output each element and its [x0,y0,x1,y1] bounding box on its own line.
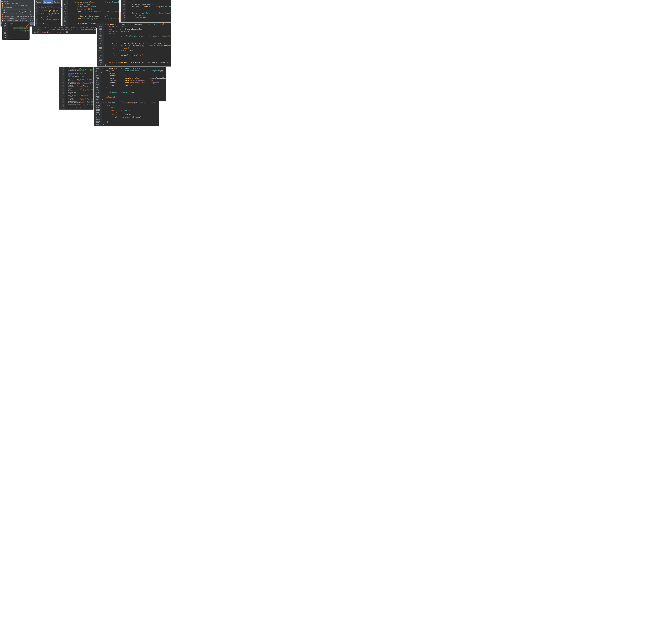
structure-item[interactable]: fDialContextFunc: func(ctx context.Conte… [1,15,34,18]
item-type-icon: m [3,9,5,11]
code-body[interactable]: func Open(driverName, dataSourceName str… [104,23,171,67]
open-func-panel: 813 814 815 816 817 818 819 820 821 822 … [97,23,171,67]
item-type-icon: f [2,20,3,22]
go-file-icon [54,1,55,2]
code-body[interactable]: func (db *DB) connectionOpener(ctx conte… [101,101,159,126]
item-type-icon: f [2,3,3,5]
line-number-gutter: 27 28 ●↑ 29 [32,26,41,34]
structure-item[interactable]: fdialsLock: sync.RWMutex [1,3,34,5]
code-body[interactable]: import ( "context" "database/sql" "datab… [8,22,29,40]
code-body[interactable]: type DB struct { // Total time waited fo… [65,67,93,110]
item-label: DialContextFunc: func(ctx context.Contex… [4,16,34,17]
var-decl-panel: 33 34 35 36 var ( driversMu sync.RWMutex… [121,0,171,11]
structure-item[interactable]: fRegisterDial(network string, dial DialF… [1,20,34,22]
code-body[interactable]: // MySQLDriver is exported to make the d… [41,26,96,34]
opendb-func-panel: 781 782 783 784 785 786 787 788 789 790 … [94,67,166,101]
code-body[interactable]: var ( driversMu sync.RWMutex drivers = m… [126,0,171,11]
editor-tabs-panel: main.godriver.gosql.go 68 69 70 71 72 73… [35,0,61,27]
line-number-gutter: 17 18 19 20 [121,11,126,22]
structure-item[interactable]: fdials: map[string]DialContextFunc [1,5,34,7]
go-file-icon [36,1,37,2]
line-number-gutter: 68 69 70 71 72 73 74 77 78 79 80 81 82 8… [35,4,38,27]
code-body[interactable]: func OpenDB(c driver.Connector) *DB { ct… [100,67,166,101]
file-tab-row: main.godriver.gosql.go [35,0,61,4]
item-type-icon: f [2,14,3,15]
item-type-icon: f [2,16,3,17]
item-label: dials: map[string]DialContextFunc [4,5,27,6]
item-label: dialsLock: sync.RWMutex [4,3,20,4]
sql-open-call-panel: 17 18 19 20 db, err = sql.Open( driverNa… [121,11,171,22]
file-tab[interactable]: driver.go [43,0,53,4]
line-number-gutter: ●↑ 455 456 457 458 459 > 460 463 464 465… [59,67,65,110]
item-type-icon: m [3,12,5,13]
item-label: Open(dsn string) (driver.Conn, error) [5,9,32,10]
structure-item[interactable]: sMySQLDriver [1,7,34,9]
file-tab[interactable]: main.go [35,0,43,4]
item-type-icon: f [2,5,3,7]
import-panel: 19 20 21 22 23 24 25 import ( "context" … [2,22,29,40]
structure-item[interactable]: mOpenConnector(dsn string) (driver.Conne… [1,11,34,13]
item-label: RegisterDialContext(net string, dial Dia… [4,18,34,19]
item-type-icon: s [2,7,3,9]
structure-title: Structure [1,1,34,3]
structure-item[interactable]: mOpen(dsn string) (driver.Conn, error) [1,9,34,11]
line-number-gutter: 33 34 35 36 [121,0,126,11]
db-struct-panel: ●↑ 455 456 457 458 459 > 460 463 464 465… [59,67,93,110]
code-body[interactable]: // Open new Connection. // See https://g… [38,4,61,27]
item-type-icon: f [2,18,3,20]
item-label: MySQLDriver [4,7,11,8]
structure-item[interactable]: fDialFunc: func(addr string) (net.Conn, … [1,13,34,15]
line-number-gutter: 1216 1217 1218 1219 1220 1221 1222 1223 … [94,101,101,126]
line-number-gutter: 19 20 21 22 23 24 25 [2,22,8,40]
line-number-gutter: 781 782 783 784 785 786 787 788 789 790 … [94,67,100,101]
go-file-icon [44,1,45,2]
code-body[interactable]: db, err = sql.Open( driverName: "mysql",… [126,11,171,22]
line-number-gutter: 44 45 46 47 48 49 50 51 52 53 54 [63,0,68,27]
structure-item[interactable]: fRegisterDialContext(net string, dial Di… [1,18,34,20]
connectionopener-panel: 1216 1217 1218 1219 1220 1221 1222 1223 … [94,101,159,126]
item-label: DialFunc: func(addr string) (net.Conn, e… [4,14,34,15]
line-number-gutter: 813 814 815 816 817 818 819 820 821 822 … [97,23,104,67]
item-label: OpenConnector(dsn string) (driver.Connec… [5,11,34,13]
item-label: RegisterDial(network string, dial DialFu… [4,20,34,21]
file-tab[interactable]: sql.go [53,0,61,4]
mysqldriver-type-panel: 27 28 ●↑ 29 // MySQLDriver is exported t… [32,26,96,34]
